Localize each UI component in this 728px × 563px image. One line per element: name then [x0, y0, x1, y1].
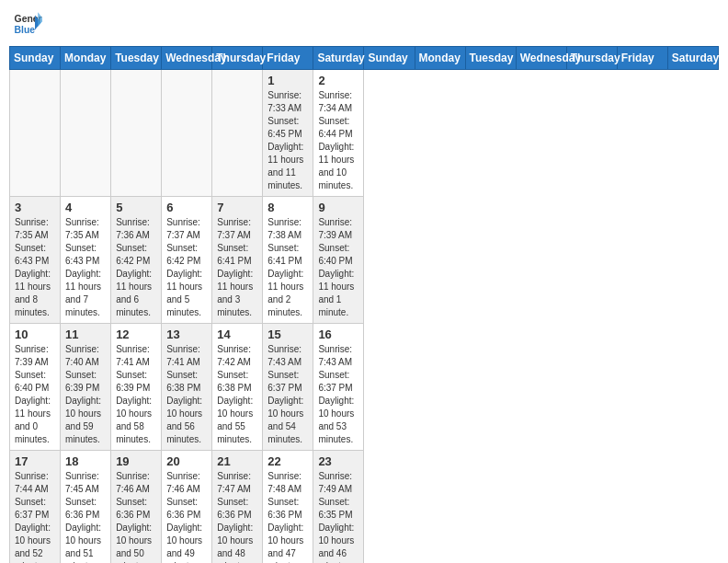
calendar-cell: 3Sunrise: 7:35 AMSunset: 6:43 PMDaylight…: [10, 197, 61, 324]
calendar-cell: 4Sunrise: 7:35 AMSunset: 6:43 PMDaylight…: [61, 197, 111, 324]
info-line: Sunset: 6:37 PM: [318, 369, 358, 395]
calendar-cell: 20Sunrise: 7:46 AMSunset: 6:36 PMDayligh…: [162, 451, 212, 564]
calendar-cell: 16Sunrise: 7:43 AMSunset: 6:37 PMDayligh…: [313, 324, 364, 451]
calendar-cell: 13Sunrise: 7:41 AMSunset: 6:38 PMDayligh…: [162, 324, 212, 451]
info-line: Sunrise: 7:39 AM: [318, 216, 358, 242]
calendar-cell: [162, 70, 212, 197]
calendar-cell: [61, 70, 111, 197]
info-line: Sunset: 6:35 PM: [318, 496, 358, 522]
column-header-saturday: Saturday: [313, 47, 364, 70]
day-number: 23: [318, 454, 358, 468]
info-line: Daylight: 11 hours and 0 minutes.: [15, 395, 55, 446]
calendar-cell: 21Sunrise: 7:47 AMSunset: 6:36 PMDayligh…: [212, 451, 263, 564]
calendar-cell: [212, 70, 263, 197]
column-header-wednesday: Wednesday: [516, 47, 566, 70]
info-line: Daylight: 11 hours and 11 minutes.: [267, 141, 308, 192]
day-info: Sunrise: 7:41 AMSunset: 6:38 PMDaylight:…: [166, 343, 207, 446]
column-header-friday: Friday: [263, 47, 313, 70]
info-line: Sunset: 6:36 PM: [267, 496, 308, 522]
info-line: Daylight: 10 hours and 48 minutes.: [217, 522, 257, 563]
info-line: Sunset: 6:36 PM: [65, 496, 106, 522]
week-row-1: 1Sunrise: 7:33 AMSunset: 6:45 PMDaylight…: [10, 70, 719, 197]
calendar-cell: 1Sunrise: 7:33 AMSunset: 6:45 PMDaylight…: [263, 70, 313, 197]
info-line: Daylight: 11 hours and 10 minutes.: [318, 141, 358, 192]
info-line: Daylight: 10 hours and 49 minutes.: [166, 522, 207, 563]
info-line: Sunset: 6:37 PM: [267, 369, 308, 395]
info-line: Daylight: 11 hours and 8 minutes.: [15, 268, 55, 319]
day-number: 1: [267, 74, 308, 87]
info-line: Sunset: 6:41 PM: [267, 242, 308, 268]
logo: General Blue: [13, 9, 46, 39]
svg-text:Blue: Blue: [15, 25, 36, 35]
info-line: Sunset: 6:42 PM: [166, 242, 207, 268]
day-number: 11: [65, 327, 106, 341]
column-header-thursday: Thursday: [212, 47, 263, 70]
day-info: Sunrise: 7:35 AMSunset: 6:43 PMDaylight:…: [15, 216, 55, 319]
day-info: Sunrise: 7:39 AMSunset: 6:40 PMDaylight:…: [15, 343, 55, 446]
column-header-friday: Friday: [617, 47, 667, 70]
info-line: Sunset: 6:42 PM: [116, 242, 156, 268]
day-info: Sunrise: 7:37 AMSunset: 6:42 PMDaylight:…: [166, 216, 207, 319]
week-row-2: 3Sunrise: 7:35 AMSunset: 6:43 PMDaylight…: [10, 197, 719, 324]
info-line: Sunset: 6:37 PM: [15, 496, 55, 522]
info-line: Sunrise: 7:47 AM: [217, 470, 257, 496]
column-header-thursday: Thursday: [566, 47, 617, 70]
column-header-sunday: Sunday: [364, 47, 415, 70]
day-info: Sunrise: 7:45 AMSunset: 6:36 PMDaylight:…: [65, 470, 106, 563]
day-number: 10: [15, 327, 55, 341]
calendar-table: SundayMondayTuesdayWednesdayThursdayFrid…: [9, 46, 719, 563]
info-line: Daylight: 10 hours and 59 minutes.: [65, 395, 106, 446]
day-info: Sunrise: 7:38 AMSunset: 6:41 PMDaylight:…: [267, 216, 308, 319]
info-line: Daylight: 10 hours and 52 minutes.: [15, 522, 55, 563]
day-info: Sunrise: 7:33 AMSunset: 6:45 PMDaylight:…: [267, 89, 308, 192]
calendar-cell: 15Sunrise: 7:43 AMSunset: 6:37 PMDayligh…: [263, 324, 313, 451]
day-number: 18: [65, 454, 106, 468]
info-line: Daylight: 10 hours and 46 minutes.: [318, 522, 358, 563]
info-line: Sunrise: 7:36 AM: [116, 216, 156, 242]
calendar-cell: 9Sunrise: 7:39 AMSunset: 6:40 PMDaylight…: [313, 197, 364, 324]
info-line: Daylight: 10 hours and 56 minutes.: [166, 395, 207, 446]
column-header-saturday: Saturday: [667, 47, 718, 70]
info-line: Sunset: 6:36 PM: [217, 496, 257, 522]
day-number: 5: [116, 201, 156, 214]
info-line: Daylight: 10 hours and 58 minutes.: [116, 395, 156, 446]
info-line: Daylight: 11 hours and 1 minute.: [318, 268, 358, 319]
info-line: Sunset: 6:38 PM: [166, 369, 207, 395]
info-line: Sunrise: 7:41 AM: [116, 343, 156, 369]
info-line: Sunset: 6:40 PM: [318, 242, 358, 268]
day-info: Sunrise: 7:42 AMSunset: 6:38 PMDaylight:…: [217, 343, 257, 446]
info-line: Sunrise: 7:35 AM: [15, 216, 55, 242]
day-number: 2: [318, 74, 358, 87]
info-line: Sunset: 6:36 PM: [116, 496, 156, 522]
day-info: Sunrise: 7:46 AMSunset: 6:36 PMDaylight:…: [166, 470, 207, 563]
info-line: Sunset: 6:44 PM: [318, 115, 358, 141]
info-line: Daylight: 10 hours and 47 minutes.: [267, 522, 308, 563]
day-info: Sunrise: 7:41 AMSunset: 6:39 PMDaylight:…: [116, 343, 156, 446]
info-line: Sunrise: 7:46 AM: [166, 470, 207, 496]
day-info: Sunrise: 7:34 AMSunset: 6:44 PMDaylight:…: [318, 89, 358, 192]
day-info: Sunrise: 7:47 AMSunset: 6:36 PMDaylight:…: [217, 470, 257, 563]
info-line: Daylight: 11 hours and 2 minutes.: [267, 268, 308, 319]
day-number: 9: [318, 201, 358, 214]
day-info: Sunrise: 7:46 AMSunset: 6:36 PMDaylight:…: [116, 470, 156, 563]
info-line: Sunrise: 7:33 AM: [267, 89, 308, 115]
calendar-cell: 5Sunrise: 7:36 AMSunset: 6:42 PMDaylight…: [111, 197, 162, 324]
logo-icon: General Blue: [13, 9, 42, 39]
day-number: 17: [15, 454, 55, 468]
day-number: 20: [166, 454, 207, 468]
day-number: 3: [15, 201, 55, 214]
info-line: Daylight: 10 hours and 54 minutes.: [267, 395, 308, 446]
calendar-cell: 8Sunrise: 7:38 AMSunset: 6:41 PMDaylight…: [263, 197, 313, 324]
column-header-monday: Monday: [61, 47, 111, 70]
day-number: 16: [318, 327, 358, 341]
info-line: Daylight: 11 hours and 5 minutes.: [166, 268, 207, 319]
column-header-sunday: Sunday: [10, 47, 61, 70]
info-line: Sunset: 6:41 PM: [217, 242, 257, 268]
info-line: Daylight: 11 hours and 3 minutes.: [217, 268, 257, 319]
day-number: 19: [116, 454, 156, 468]
calendar-cell: 14Sunrise: 7:42 AMSunset: 6:38 PMDayligh…: [212, 324, 263, 451]
day-info: Sunrise: 7:37 AMSunset: 6:41 PMDaylight:…: [217, 216, 257, 319]
day-number: 22: [267, 454, 308, 468]
info-line: Sunrise: 7:41 AM: [166, 343, 207, 369]
day-info: Sunrise: 7:44 AMSunset: 6:37 PMDaylight:…: [15, 470, 55, 563]
